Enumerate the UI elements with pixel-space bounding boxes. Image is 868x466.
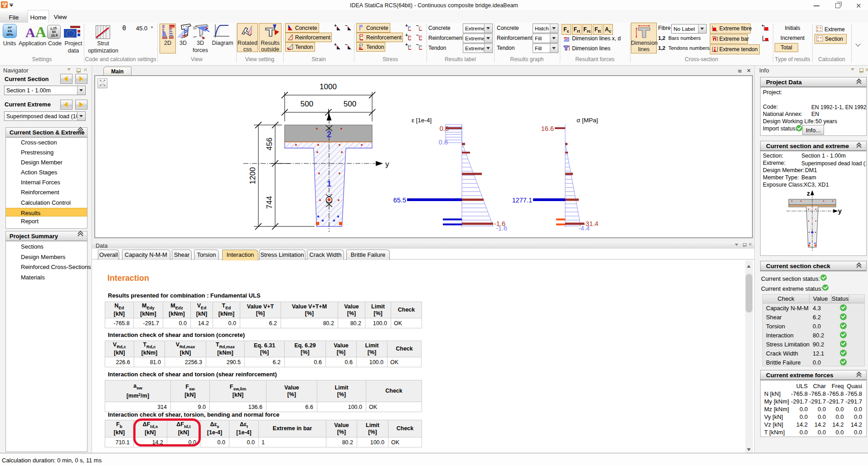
svg-text:σ [MPa]: σ [MPa]	[577, 117, 598, 124]
svg-text:÷ −: ÷ −	[817, 39, 822, 42]
svg-text:+: +	[405, 33, 408, 38]
svg-text:+: +	[334, 24, 337, 28]
svg-text:ε [1e-4]: ε [1e-4]	[412, 117, 432, 124]
svg-text:1200: 1200	[248, 167, 257, 184]
svg-text:+: +	[405, 43, 408, 47]
svg-text:2: 2	[327, 130, 332, 139]
svg-text:y: y	[838, 207, 842, 215]
svg-text:-1.6: -1.6	[496, 225, 507, 232]
svg-text:1000: 1000	[320, 82, 337, 91]
svg-text:−: −	[416, 24, 419, 28]
svg-text:−: −	[416, 33, 419, 38]
svg-text:1: 1	[327, 179, 332, 188]
svg-text:65.5: 65.5	[393, 197, 406, 204]
svg-text:−: −	[345, 43, 348, 47]
svg-text:÷ −: ÷ −	[817, 29, 821, 32]
svg-text:+: +	[761, 24, 764, 28]
svg-text:+: +	[405, 24, 408, 28]
svg-text:−: −	[345, 24, 348, 28]
svg-text:0.8: 0.8	[439, 139, 448, 146]
svg-text:y: y	[385, 160, 389, 168]
svg-text:+: +	[334, 43, 337, 47]
svg-text:16.6: 16.6	[541, 125, 554, 132]
svg-text:500: 500	[344, 100, 356, 108]
svg-text:z: z	[807, 190, 810, 197]
svg-text:456: 456	[265, 138, 274, 150]
svg-text:−: −	[416, 43, 419, 47]
svg-text:0.8: 0.8	[440, 125, 449, 132]
svg-text:500: 500	[301, 100, 313, 108]
svg-text:744: 744	[265, 196, 274, 209]
svg-text:-4.4: -4.4	[578, 225, 590, 232]
svg-text:1277.1: 1277.1	[512, 197, 532, 204]
